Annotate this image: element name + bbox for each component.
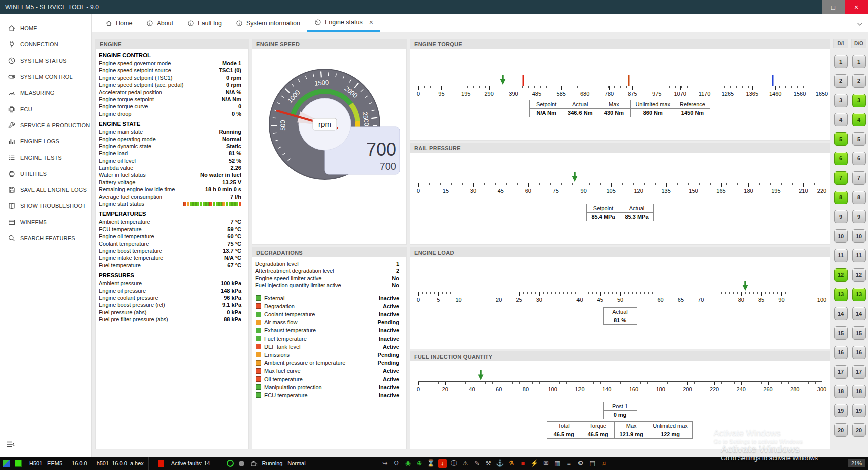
do-indicator[interactable]: 19 — [852, 404, 866, 417]
sidebar-item-system-control[interactable]: SYSTEM CONTROL — [0, 69, 91, 85]
grid-icon[interactable]: ▦ — [553, 459, 562, 468]
tab-home[interactable]: Home — [98, 14, 139, 32]
di-indicator[interactable]: 5 — [834, 132, 848, 146]
di-indicator[interactable]: 2 — [834, 74, 848, 88]
degradation-status: Active — [383, 303, 399, 309]
di-indicator[interactable]: 1 — [834, 55, 848, 68]
printer-icon[interactable]: ▤ — [588, 459, 597, 468]
di-indicator[interactable]: 12 — [834, 268, 848, 282]
do-indicator[interactable]: 5 — [852, 132, 866, 146]
sidebar-item-search-features[interactable]: SEARCH FEATURES — [0, 230, 91, 246]
tabbar-overflow-icon[interactable] — [857, 19, 863, 28]
do-indicator[interactable]: 14 — [852, 307, 866, 320]
anchor-icon[interactable]: ⚓ — [496, 459, 504, 468]
di-indicator[interactable]: 11 — [834, 249, 848, 262]
di-indicator[interactable]: 9 — [834, 210, 848, 223]
status-circle-icon[interactable]: ◉ — [404, 459, 412, 468]
info-circle-icon[interactable]: ⓘ — [450, 459, 458, 468]
do-indicator[interactable]: 15 — [852, 326, 866, 340]
kv-row: Engine speed setpoint sourceTSC1 (0) — [96, 67, 248, 74]
download-icon[interactable]: ↓ — [438, 459, 447, 468]
close-button[interactable]: × — [845, 0, 868, 14]
sidebar-item-engine-tests[interactable]: ENGINE TESTS — [0, 149, 91, 165]
lock-icon[interactable]: Ω — [392, 459, 401, 468]
do-indicator[interactable]: 6 — [852, 152, 866, 165]
di-indicator[interactable]: 13 — [834, 288, 848, 301]
kv-label: Engine dynamic state — [99, 143, 151, 150]
svg-text:500: 500 — [279, 120, 287, 131]
do-indicator[interactable]: 16 — [852, 346, 866, 359]
do-indicator[interactable]: 7 — [852, 171, 866, 185]
gear-icon[interactable]: ⚙ — [576, 459, 585, 468]
di-indicator[interactable]: 15 — [834, 326, 848, 340]
warning-icon[interactable]: ⚠ — [461, 459, 470, 468]
redo-icon[interactable]: ↪ — [381, 459, 389, 468]
usb-icon[interactable]: ⚡ — [530, 459, 539, 468]
minimize-button[interactable]: – — [799, 0, 822, 14]
do-indicator[interactable]: 12 — [852, 268, 866, 282]
collapse-sidebar-button[interactable] — [6, 441, 15, 450]
di-indicator[interactable]: 10 — [834, 229, 848, 243]
maximize-button[interactable]: □ — [822, 0, 845, 14]
tools-icon[interactable]: ⚒ — [484, 459, 493, 468]
status-block — [239, 202, 242, 206]
sidebar-item-system-status[interactable]: SYSTEM STATUS — [0, 53, 91, 69]
di-indicator[interactable]: 18 — [834, 385, 848, 398]
di-indicator[interactable]: 8 — [834, 191, 848, 204]
kv-label: Engine operating mode — [99, 136, 156, 143]
rail-pressure-panel: RAIL PRESSURE 01530456075901051201351501… — [410, 143, 830, 245]
tab-engine-status[interactable]: Engine status × — [307, 14, 380, 32]
di-indicator[interactable]: 17 — [834, 365, 848, 379]
do-indicator[interactable]: 13 — [852, 288, 866, 301]
flask-icon[interactable]: ⚗ — [507, 459, 516, 468]
hourglass-icon[interactable]: ⌛ — [427, 459, 435, 468]
sidebar-item-wineem5[interactable]: WINEEM5 — [0, 214, 91, 230]
do-indicator[interactable]: 20 — [852, 423, 866, 437]
do-indicator[interactable]: 4 — [852, 113, 866, 126]
degradation-label: Air mass flow — [264, 319, 375, 325]
kv-label: Battery voltage — [99, 179, 135, 186]
tab-about[interactable]: About — [139, 14, 180, 32]
di-indicator[interactable]: 19 — [834, 404, 848, 417]
kv-label: Ambient pressure — [99, 280, 142, 287]
do-indicator[interactable]: 10 — [852, 229, 866, 243]
sidebar-item-service-production[interactable]: SERVICE & PRODUCTION — [0, 117, 91, 133]
di-indicator[interactable]: 4 — [834, 113, 848, 126]
stop-icon[interactable]: ■ — [519, 459, 527, 468]
do-indicator[interactable]: 2 — [852, 74, 866, 88]
tab-system-information[interactable]: System information — [229, 14, 307, 32]
do-indicator[interactable]: 9 — [852, 210, 866, 223]
sidebar-item-engine-logs[interactable]: ENGINE LOGS — [0, 133, 91, 149]
tab-fault-log[interactable]: Fault log — [180, 14, 229, 32]
close-tab-icon[interactable]: × — [369, 18, 373, 26]
di-indicator[interactable]: 7 — [834, 171, 848, 185]
sidebar-item-save-logs[interactable]: SAVE ALL ENGINE LOGS — [0, 182, 91, 198]
do-indicator[interactable]: 17 — [852, 365, 866, 379]
sidebar-item-utilities[interactable]: UTILITIES — [0, 166, 91, 182]
di-indicator[interactable]: 14 — [834, 307, 848, 320]
di-indicator[interactable]: 3 — [834, 94, 848, 107]
table-value-cell: 46.5 mg — [581, 430, 615, 439]
do-indicator[interactable]: 11 — [852, 249, 866, 262]
sidebar-item-troubleshoot[interactable]: SHOW TROUBLESHOOT — [0, 198, 91, 214]
do-indicator[interactable]: 3 — [852, 94, 866, 107]
di-indicator[interactable]: 20 — [834, 423, 848, 437]
sidebar-item-measuring[interactable]: MEASURING — [0, 85, 91, 101]
engine-load-panel-header: ENGINE LOAD — [410, 248, 830, 257]
sidebar-item-connection[interactable]: CONNECTION — [0, 36, 91, 52]
do-indicator[interactable]: 8 — [852, 191, 866, 204]
sidebar-item-ecu[interactable]: ECU — [0, 101, 91, 117]
list-icon[interactable]: ≡ — [565, 459, 573, 468]
globe-icon[interactable]: ⊕ — [415, 459, 424, 468]
edit-icon[interactable]: ✎ — [473, 459, 481, 468]
do-indicator[interactable]: 1 — [852, 55, 866, 68]
table-column: Post 10 mg — [603, 402, 637, 419]
volume-icon[interactable]: ♫ — [600, 459, 608, 468]
do-indicator[interactable]: 18 — [852, 385, 866, 398]
mail-icon[interactable]: ✉ — [542, 459, 550, 468]
di-indicator[interactable]: 16 — [834, 346, 848, 359]
kv-value: 52 % — [229, 157, 241, 164]
sidebar-item-home[interactable]: HOME — [0, 20, 91, 36]
status-swatch — [256, 336, 261, 341]
di-indicator[interactable]: 6 — [834, 152, 848, 165]
